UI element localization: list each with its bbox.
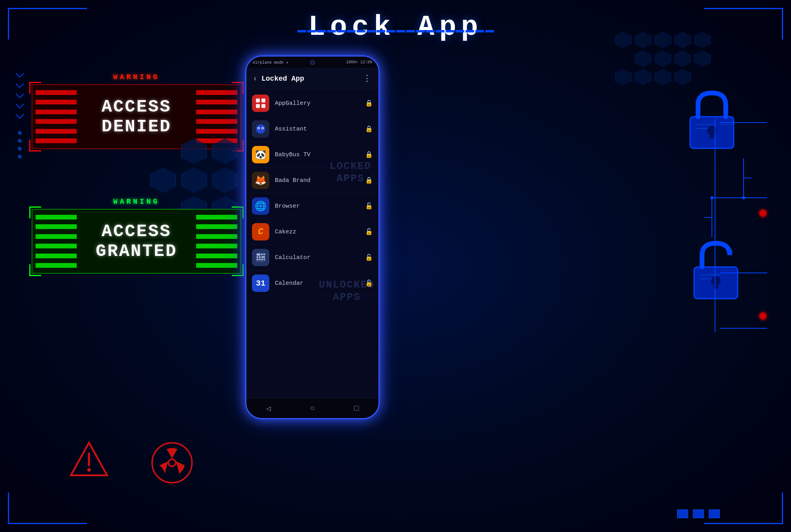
lock-icon-cakezz: 🔓: [365, 228, 373, 236]
svg-point-2: [87, 468, 91, 471]
svg-rect-25: [264, 259, 265, 260]
app-icon-cakezz: C: [252, 223, 269, 240]
phone-camera: [310, 60, 315, 65]
lock-icon-bada: 🔒: [365, 176, 373, 184]
app-name-babybus: BabyBus TV: [275, 151, 365, 158]
red-dot-upper: [759, 210, 766, 217]
warning-label-granted: WARNING: [32, 198, 241, 206]
svg-rect-24: [261, 259, 263, 260]
app-name-assistant: Assistant: [275, 126, 365, 133]
app-icon-babybus: 🐼: [252, 146, 269, 163]
svg-point-10: [256, 124, 265, 134]
right-vertical-line: [711, 119, 719, 334]
lock-icon-calculator: 🔓: [365, 254, 373, 261]
nav-back-button[interactable]: ◁: [266, 403, 271, 413]
warning-label-denied: WARNING: [32, 73, 241, 81]
granted-stripes-right: [193, 210, 240, 273]
svg-rect-9: [261, 104, 265, 108]
hex-pattern-top-right: [615, 32, 712, 85]
app-icon-bada: 🦊: [252, 172, 269, 189]
app-name-calculator: Calculator: [275, 254, 365, 261]
left-panel-decoration: [12, 47, 28, 485]
svg-rect-18: [263, 254, 265, 255]
svg-rect-17: [261, 254, 263, 255]
bottom-dot-1: [677, 509, 688, 518]
app-header-left: ‹ Locked App: [253, 74, 304, 83]
nav-recent-button[interactable]: □: [354, 404, 359, 413]
svg-point-13: [258, 128, 259, 129]
list-item[interactable]: Calculator 🔓: [246, 245, 378, 271]
phone-outer: Airplane mode ✈ 100%+ 12:09 ‹ Locked App…: [245, 55, 380, 419]
svg-point-5: [169, 460, 175, 466]
app-icon-calculator: [252, 249, 269, 266]
phone-screen: ‹ Locked App ⋮ LOCKED APPS AppGallery: [246, 68, 378, 398]
corner-decoration-bl: [8, 492, 87, 524]
list-item[interactable]: 🌐 Browser 🔓: [246, 193, 378, 219]
access-denied-text: ACCESS DENIED: [102, 97, 171, 136]
svg-point-14: [262, 128, 263, 129]
list-item[interactable]: AppGallery 🔒: [246, 91, 378, 116]
lock-icon-assistant: 🔒: [365, 125, 373, 133]
list-item[interactable]: C Cakezz 🔓: [246, 219, 378, 245]
app-icon-appgallery: [252, 95, 269, 112]
list-item[interactable]: 31 Calendar 🔓: [246, 271, 378, 296]
svg-rect-22: [257, 259, 258, 260]
svg-rect-21: [261, 256, 265, 258]
red-dot-lower: [759, 312, 766, 320]
granted-stripes-left: [32, 210, 80, 273]
access-denied-panel: WARNING ACCESS DENIED: [32, 73, 241, 149]
app-list: LOCKED APPS AppGallery 🔒 Assistan: [246, 89, 378, 298]
nav-home-button[interactable]: ○: [310, 404, 315, 413]
access-granted-text: ACCESS GRANTED: [96, 222, 177, 261]
more-menu-button[interactable]: ⋮: [363, 73, 372, 84]
svg-rect-6: [256, 98, 260, 102]
list-item[interactable]: Assistant 🔒: [246, 116, 378, 142]
corner-decoration-tl: [8, 8, 87, 40]
lock-icon-browser: 🔓: [365, 202, 373, 210]
back-button[interactable]: ‹: [253, 74, 257, 83]
svg-rect-20: [259, 256, 261, 258]
bottom-dot-2: [693, 509, 704, 518]
svg-rect-19: [257, 256, 258, 258]
list-item[interactable]: 🦊 Bada Brand 🔒: [246, 168, 378, 193]
bottom-dot-3: [709, 509, 720, 518]
corner-decoration-tr: [704, 8, 783, 40]
circuit-connect-right-mid: [720, 194, 767, 204]
phone-mockup: Airplane mode ✈ 100%+ 12:09 ‹ Locked App…: [245, 55, 380, 419]
app-icon-assistant: [252, 120, 269, 138]
app-name-cakezz: Cakezz: [275, 229, 365, 235]
radiation-symbol-icon: [150, 441, 194, 485]
app-name-appgallery: AppGallery: [275, 100, 365, 107]
lock-icon-calendar: 🔓: [365, 279, 373, 287]
app-name-bada: Bada Brand: [275, 177, 365, 184]
access-granted-panel: WARNING ACCESS GRANTED: [32, 198, 241, 274]
circuit-connect-right-bot: [720, 269, 767, 279]
svg-rect-23: [259, 259, 261, 260]
access-granted-box: ACCESS GRANTED: [32, 209, 241, 274]
list-item[interactable]: 🐼 BabyBus TV 🔒: [246, 142, 378, 168]
svg-rect-7: [261, 98, 265, 102]
warning-triangle-icon: [67, 439, 111, 485]
svg-rect-8: [256, 104, 260, 108]
lock-icon-appgallery: 🔒: [365, 99, 373, 107]
svg-rect-16: [257, 254, 260, 256]
app-title: Locked App: [261, 75, 304, 83]
circuit-connect-right-top: [720, 119, 767, 129]
phone-status-left: Airplane mode ✈: [253, 60, 288, 65]
app-icon-calendar: 31: [252, 275, 269, 292]
denied-stripes-left: [32, 85, 80, 148]
app-name-browser: Browser: [275, 203, 365, 210]
app-name-calendar: Calendar: [275, 280, 365, 287]
phone-navbar: ◁ ○ □: [246, 398, 378, 418]
app-header: ‹ Locked App ⋮: [246, 68, 378, 89]
phone-status-right: 100%+ 12:09: [346, 60, 372, 64]
circuit-connect-right-bot2: [720, 324, 767, 334]
corner-decoration-br: [704, 492, 783, 524]
bottom-dots-right: [677, 509, 720, 518]
app-icon-browser: 🌐: [252, 197, 269, 215]
page-title: Lock App: [308, 11, 483, 44]
lock-icon-babybus: 🔒: [365, 151, 373, 159]
